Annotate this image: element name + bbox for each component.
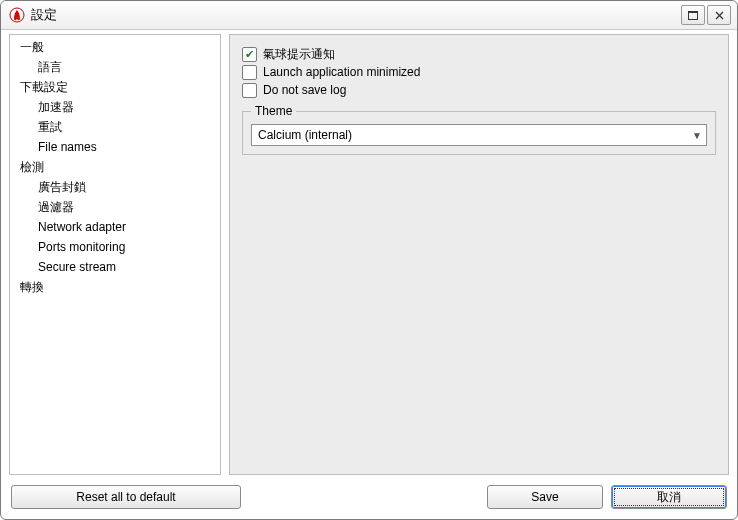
tree-item[interactable]: Network adapter <box>10 217 220 237</box>
settings-window: 設定 一般語言下載設定加速器重試File names檢測廣告封鎖過濾器Netwo… <box>0 0 738 520</box>
reset-all-button[interactable]: Reset all to default <box>11 485 241 509</box>
checkbox-label: Do not save log <box>263 83 346 97</box>
tree-item[interactable]: 一般 <box>10 37 220 57</box>
checkbox-row: Do not save log <box>242 81 716 99</box>
checkbox[interactable] <box>242 83 257 98</box>
window-title: 設定 <box>31 6 679 24</box>
cancel-button[interactable]: 取消 <box>611 485 727 509</box>
chevron-down-icon: ▼ <box>692 130 702 141</box>
checkbox-label: 氣球提示通知 <box>263 46 335 63</box>
theme-select[interactable]: Calcium (internal) ▼ <box>251 124 707 146</box>
tree-item[interactable]: 檢測 <box>10 157 220 177</box>
tree-item[interactable]: File names <box>10 137 220 157</box>
maximize-button[interactable] <box>681 5 705 25</box>
tree-item[interactable]: 下載設定 <box>10 77 220 97</box>
checkbox[interactable] <box>242 65 257 80</box>
tree-item[interactable]: 語言 <box>10 57 220 77</box>
theme-legend: Theme <box>251 104 296 118</box>
tree-item[interactable]: Secure stream <box>10 257 220 277</box>
settings-panel: ✔氣球提示通知Launch application minimizedDo no… <box>229 34 729 475</box>
checkbox-row: ✔氣球提示通知 <box>242 45 716 63</box>
tree-item[interactable]: 加速器 <box>10 97 220 117</box>
theme-group: Theme Calcium (internal) ▼ <box>242 111 716 155</box>
app-icon <box>9 7 25 23</box>
tree-item[interactable]: 重試 <box>10 117 220 137</box>
titlebar: 設定 <box>1 1 737 30</box>
checkbox-label: Launch application minimized <box>263 65 420 79</box>
tree-item[interactable]: 轉換 <box>10 277 220 297</box>
checkbox[interactable]: ✔ <box>242 47 257 62</box>
checkbox-row: Launch application minimized <box>242 63 716 81</box>
tree-item[interactable]: Ports monitoring <box>10 237 220 257</box>
close-button[interactable] <box>707 5 731 25</box>
tree-item[interactable]: 過濾器 <box>10 197 220 217</box>
settings-tree[interactable]: 一般語言下載設定加速器重試File names檢測廣告封鎖過濾器Network … <box>9 34 221 475</box>
theme-selected-value: Calcium (internal) <box>258 128 352 142</box>
save-button[interactable]: Save <box>487 485 603 509</box>
footer: Reset all to default Save 取消 <box>1 479 737 519</box>
tree-item[interactable]: 廣告封鎖 <box>10 177 220 197</box>
content-area: 一般語言下載設定加速器重試File names檢測廣告封鎖過濾器Network … <box>1 30 737 479</box>
